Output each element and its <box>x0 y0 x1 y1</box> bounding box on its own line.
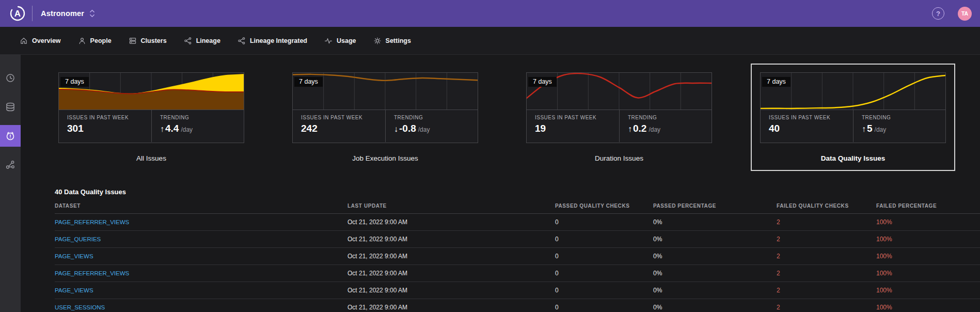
passed-percentage-cell: 0% <box>653 265 777 282</box>
issues-week-value: 19 <box>535 123 611 134</box>
alarm-alert-icon <box>5 131 15 141</box>
card-all-issues[interactable]: 7 days ISSUES IN PAST WEEK 301 TRENDING … <box>58 72 244 143</box>
range-chip: 7 days <box>294 77 323 87</box>
range-chip: 7 days <box>528 77 557 87</box>
lineage-icon <box>5 160 15 170</box>
table-row: PAGE_VIEWS Oct 21, 2022 9:00 AM 0 0% 2 1… <box>55 248 980 265</box>
last-update-cell: Oct 21, 2022 9:00 AM <box>347 248 555 265</box>
trending-label: TRENDING <box>394 115 469 120</box>
col-failed-quality-checks: FAILED QUALITY CHECKS <box>777 203 876 214</box>
card-duration-issues[interactable]: 7 days ISSUES IN PAST WEEK 19 TRENDING ↑… <box>526 72 712 143</box>
trending-value: ↓ -0.8 /day <box>394 123 469 134</box>
astronomer-logo-icon: A <box>8 4 27 23</box>
lineage-icon <box>184 37 192 45</box>
failed-percentage-cell: 100% <box>876 299 980 312</box>
passed-percentage-cell: 0% <box>653 248 777 265</box>
failed-percentage-cell: 100% <box>876 265 980 282</box>
nav-lineage[interactable]: Lineage <box>184 37 220 45</box>
passed-checks-cell: 0 <box>555 265 653 282</box>
issues-week-value: 40 <box>769 123 845 134</box>
data-quality-issues-section: 40 Data Quality Issues DATASET LAST UPDA… <box>34 188 980 312</box>
trending-value: ↑ 0.2 /day <box>628 123 703 134</box>
topbar: A Astronomer ? TA <box>0 0 980 27</box>
help-icon[interactable]: ? <box>932 7 944 20</box>
pulse-icon <box>324 37 333 45</box>
failed-checks-cell: 2 <box>777 265 876 282</box>
database-icon <box>5 102 15 112</box>
issues-week-label: ISSUES IN PAST WEEK <box>301 115 377 120</box>
content-area: 7 days ISSUES IN PAST WEEK 301 TRENDING … <box>21 55 980 312</box>
dataset-link[interactable]: PAGE_REFERRER_VIEWS <box>55 265 347 282</box>
dataset-link[interactable]: PAGE_VIEWS <box>55 282 347 299</box>
failed-percentage-cell: 100% <box>876 248 980 265</box>
dataset-link[interactable]: PAGE_QUERIES <box>55 231 347 248</box>
passed-checks-cell: 0 <box>555 248 653 265</box>
clusters-icon <box>129 37 137 45</box>
home-icon <box>20 37 28 45</box>
workspace-selector[interactable]: Astronomer <box>41 9 95 18</box>
table-row: PAGE_VIEWS Oct 21, 2022 9:00 AM 0 0% 2 1… <box>55 282 980 299</box>
failed-checks-cell: 2 <box>777 214 876 231</box>
passed-checks-cell: 0 <box>555 231 653 248</box>
trending-label: TRENDING <box>862 115 937 120</box>
range-chip: 7 days <box>762 77 791 87</box>
table-row: PAGE_REFERRER_VIEWS Oct 21, 2022 9:00 AM… <box>55 214 980 231</box>
failed-checks-cell: 2 <box>777 248 876 265</box>
lineage-icon <box>238 37 246 45</box>
failed-percentage-cell: 100% <box>876 282 980 299</box>
card-title-all-issues: All Issues <box>58 153 244 163</box>
card-data-quality-issues[interactable]: 7 days ISSUES IN PAST WEEK 40 TRENDING ↑ <box>760 72 946 143</box>
dataset-link[interactable]: PAGE_VIEWS <box>55 248 347 265</box>
card-job-execution-issues[interactable]: 7 days ISSUES IN PAST WEEK 242 TRENDING … <box>292 72 478 143</box>
card-title-duration-issues: Duration Issues <box>526 153 712 163</box>
failed-checks-cell: 2 <box>777 231 876 248</box>
last-update-cell: Oct 21, 2022 9:00 AM <box>347 231 555 248</box>
main-nav: Overview People Clusters Lineage Lineage… <box>0 27 980 55</box>
passed-percentage-cell: 0% <box>653 231 777 248</box>
sidebar-item-datasets[interactable] <box>0 96 21 118</box>
gear-icon <box>373 37 382 45</box>
nav-lineage-integrated[interactable]: Lineage Integrated <box>238 37 307 45</box>
failed-checks-cell: 2 <box>777 282 876 299</box>
passed-percentage-cell: 0% <box>653 214 777 231</box>
card-title-job-execution-issues: Job Execution Issues <box>292 153 478 163</box>
table-header-row: DATASET LAST UPDATE PASSED QUALITY CHECK… <box>55 203 980 214</box>
trending-value: ↑ 4.4 /day <box>160 123 235 134</box>
user-avatar[interactable]: TA <box>958 7 972 21</box>
data-quality-issues-table: DATASET LAST UPDATE PASSED QUALITY CHECK… <box>55 203 980 312</box>
icon-sidebar <box>0 55 21 312</box>
trend-up-icon: ↑ <box>628 124 632 134</box>
sidebar-item-history[interactable] <box>0 67 21 89</box>
trend-up-icon: ↑ <box>160 124 164 134</box>
passed-percentage-cell: 0% <box>653 282 777 299</box>
trending-label: TRENDING <box>628 115 703 120</box>
passed-checks-cell: 0 <box>555 214 653 231</box>
last-update-cell: Oct 21, 2022 9:00 AM <box>347 282 555 299</box>
failed-percentage-cell: 100% <box>876 231 980 248</box>
card-title-data-quality-issues: Data Quality Issues <box>760 153 946 163</box>
svg-text:A: A <box>14 9 21 19</box>
nav-usage[interactable]: Usage <box>324 37 356 45</box>
issues-week-value: 301 <box>67 123 143 134</box>
col-last-update: LAST UPDATE <box>347 203 555 214</box>
nav-clusters[interactable]: Clusters <box>129 37 167 45</box>
failed-percentage-cell: 100% <box>876 214 980 231</box>
chevron-updown-icon <box>89 9 95 18</box>
topbar-divider <box>32 6 33 21</box>
nav-settings[interactable]: Settings <box>373 37 411 45</box>
nav-overview[interactable]: Overview <box>20 37 61 45</box>
sidebar-item-issues[interactable] <box>0 125 21 147</box>
trend-up-icon: ↑ <box>862 124 866 134</box>
col-passed-quality-checks: PASSED QUALITY CHECKS <box>555 203 653 214</box>
issues-week-value: 242 <box>301 123 377 134</box>
dataset-link[interactable]: PAGE_REFERRER_VIEWS <box>55 214 347 231</box>
person-icon <box>78 37 86 45</box>
clock-icon <box>5 73 15 83</box>
sidebar-item-lineage[interactable] <box>0 154 21 176</box>
issues-week-label: ISSUES IN PAST WEEK <box>769 115 845 120</box>
failed-checks-cell: 2 <box>777 299 876 312</box>
nav-people[interactable]: People <box>78 37 112 45</box>
col-dataset: DATASET <box>55 203 347 214</box>
issue-cards: 7 days ISSUES IN PAST WEEK 301 TRENDING … <box>58 72 980 163</box>
dataset-link[interactable]: USER_SESSIONS <box>55 299 347 312</box>
